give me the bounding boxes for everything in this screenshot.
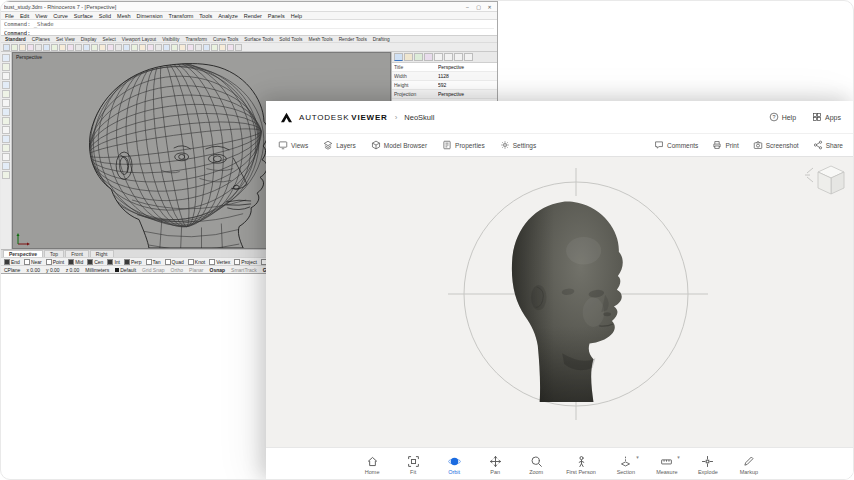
web-tab-icon[interactable] [464,53,473,61]
menu-item[interactable]: Transform [169,13,194,19]
property-value[interactable]: Perspective [438,64,495,70]
menu-item[interactable]: Solid [99,13,111,19]
maximize-icon[interactable]: ▢ [474,3,483,11]
toolbar-icon[interactable] [107,44,114,51]
status-item[interactable]: CPlane [4,267,20,273]
status-item[interactable]: z 0.00 [66,267,80,273]
toolbar-icon[interactable] [203,44,210,51]
toolbar-tab[interactable]: Solid Tools [279,37,302,42]
status-item[interactable]: Osnap [210,267,226,273]
toolbar-icon[interactable] [147,44,154,51]
property-row[interactable]: Height 592 [392,81,497,90]
osnap-toggle[interactable]: End [4,259,20,265]
tool-orbit[interactable]: Orbit [443,455,465,475]
tool-icon[interactable] [2,72,10,80]
menu-item[interactable]: Tools [199,13,212,19]
tool-icon[interactable] [2,162,10,170]
osnap-toggle[interactable]: Quad [165,259,184,265]
materials-tab-icon[interactable] [424,53,433,61]
properties-tab-icon[interactable] [394,53,403,61]
menu-item[interactable]: Help [291,13,302,19]
toolbar-tab[interactable]: Set View [56,37,75,42]
status-item[interactable]: Planar [189,267,203,273]
toolbar-icon[interactable] [179,44,186,51]
tool-icon[interactable] [2,54,10,62]
help-tab-icon[interactable] [434,53,443,61]
tool-icon[interactable] [2,108,10,116]
tool-icon[interactable] [2,117,10,125]
osnap-toggle[interactable]: Point [46,259,64,265]
toolbar-tab[interactable]: Transform [185,37,207,42]
layers-tab-icon[interactable] [404,53,413,61]
menu-item[interactable]: View [35,13,47,19]
tool-pan[interactable]: Pan [484,455,506,475]
menu-item[interactable]: File [5,13,14,19]
tool-icon[interactable] [2,171,10,179]
tool-icon[interactable] [2,144,10,152]
tool-fit[interactable]: Fit [402,455,424,475]
toolbar-tab[interactable]: Render Tools [339,37,367,42]
tool-icon[interactable] [2,126,10,134]
toolbar-tab[interactable]: Display [81,37,97,42]
osnap-toggle[interactable]: Tan [146,259,161,265]
property-value[interactable]: 1128 [438,73,495,79]
tool-icon[interactable] [2,63,10,71]
settings-button[interactable]: Settings [500,140,537,150]
viewer-viewport[interactable] [266,157,854,447]
tool-icon[interactable] [2,99,10,107]
tool-icon[interactable] [2,153,10,161]
toolbar-tab[interactable]: Mesh Tools [308,37,332,42]
tool-explode[interactable]: Explode [697,455,719,475]
toolbar-icon[interactable] [99,44,106,51]
toolbar-icon[interactable] [163,44,170,51]
rhino-titlebar[interactable]: bust_study.3dm - Rhinoceros 7 - [Perspec… [1,2,497,12]
help-button[interactable]: ? Help [769,112,796,122]
toolbar-tab[interactable]: CPlanes [32,37,50,42]
toolbar-icon[interactable] [131,44,138,51]
toolbar-tab[interactable]: Visibility [162,37,179,42]
toolbar-icon[interactable] [139,44,146,51]
menu-item[interactable]: Surface [74,13,93,19]
toolbar-icon[interactable] [3,44,10,51]
toolbar-icon[interactable] [211,44,218,51]
property-row[interactable]: Title Perspective [392,63,497,72]
toolbar-icon[interactable] [219,44,226,51]
viewport-title[interactable]: Perspective [16,54,42,60]
display-tab-icon[interactable] [414,53,423,61]
notes-tab-icon[interactable] [444,53,453,61]
toolbar-icon[interactable] [59,44,66,51]
toolbar-icon[interactable] [27,44,34,51]
viewcube[interactable] [803,163,847,197]
tool-markup[interactable]: Markup [738,455,760,475]
menu-item[interactable]: Curve [53,13,68,19]
toolbar-icon[interactable] [195,44,202,51]
toolbar-icon[interactable] [91,44,98,51]
tool-section[interactable]: ▾ Section [615,455,637,475]
menu-item[interactable]: Analyze [218,13,238,19]
menu-item[interactable]: Dimension [137,13,163,19]
toolbar-icon[interactable] [227,44,234,51]
status-item[interactable]: Grid Snap [142,267,165,273]
tool-icon[interactable] [2,90,10,98]
toolbar-icon[interactable] [67,44,74,51]
toolbar-icon[interactable] [187,44,194,51]
osnap-toggle[interactable]: Near [24,259,42,265]
toolbar-icon[interactable] [155,44,162,51]
osnap-toggle[interactable]: Perp [124,259,142,265]
libraries-tab-icon[interactable] [454,53,463,61]
properties-button[interactable]: Properties [442,140,485,150]
comments-button[interactable]: Comments [654,140,698,150]
status-item[interactable]: x 0.00 [26,267,40,273]
status-item[interactable]: Ortho [171,267,184,273]
toolbar-icon[interactable] [235,44,242,51]
layers-button[interactable]: Layers [323,140,356,150]
toolbar-icon[interactable] [43,44,50,51]
toolbar-icon[interactable] [123,44,130,51]
status-item[interactable]: Millimeters [85,267,109,273]
toolbar-icon[interactable] [51,44,58,51]
osnap-toggle[interactable]: Knot [188,259,205,265]
toolbar-tab[interactable]: Standard [5,37,26,42]
minimize-icon[interactable]: – [463,3,472,11]
model-browser-button[interactable]: Model Browser [371,140,427,150]
menu-item[interactable]: Edit [20,13,29,19]
